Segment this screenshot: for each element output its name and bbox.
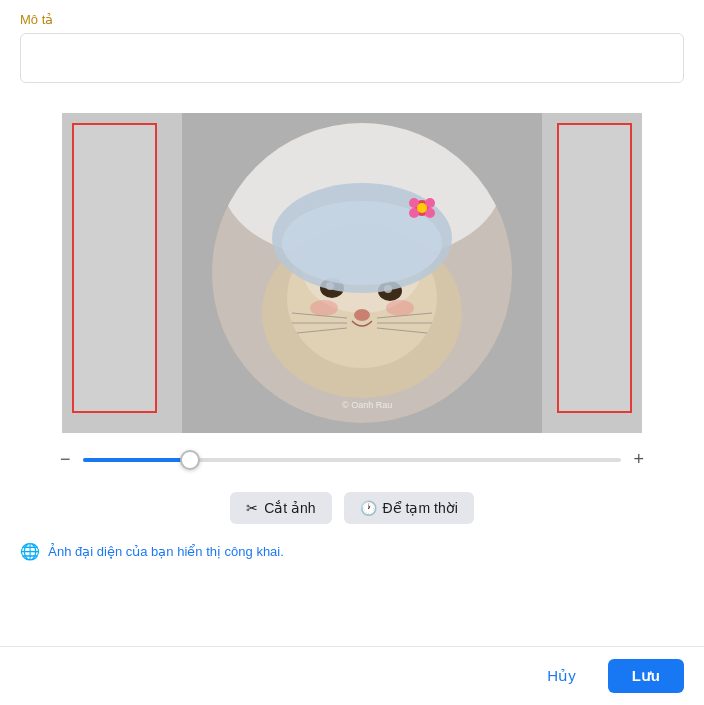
crop-icon: ✂: [246, 500, 258, 516]
temp-icon: 🕐: [360, 500, 377, 516]
slider-plus-button[interactable]: +: [633, 449, 644, 470]
globe-icon: 🌐: [20, 542, 40, 561]
save-button[interactable]: Lưu: [608, 659, 684, 693]
privacy-text: Ảnh đại diện của bạn hiển thị công khai.: [48, 544, 284, 559]
privacy-notice: 🌐 Ảnh đại diện của bạn hiển thị công kha…: [0, 534, 704, 573]
bottom-buttons: Hủy Lưu: [0, 646, 704, 705]
slider-track[interactable]: [83, 458, 622, 462]
crop-button[interactable]: ✂ Cắt ảnh: [230, 492, 331, 524]
svg-point-17: [386, 300, 414, 316]
bg-center: © Oanh Rau: [182, 113, 542, 433]
crop-container[interactable]: © Oanh Rau: [62, 113, 642, 433]
cancel-button[interactable]: Hủy: [527, 659, 595, 693]
description-textarea[interactable]: [20, 33, 684, 83]
crop-section: © Oanh Rau: [0, 103, 704, 433]
description-section: Mô tả: [0, 0, 704, 103]
svg-point-25: [417, 203, 427, 213]
svg-text:© Oanh Rau: © Oanh Rau: [342, 400, 392, 410]
temp-label: Để tạm thời: [383, 500, 458, 516]
slider-fill: [83, 458, 191, 462]
svg-point-16: [310, 300, 338, 316]
description-label: Mô tả: [20, 12, 684, 27]
cat-image: © Oanh Rau: [212, 123, 512, 423]
crop-label: Cắt ảnh: [264, 500, 315, 516]
action-buttons: ✂ Cắt ảnh 🕐 Để tạm thời: [0, 486, 704, 534]
slider-minus-button[interactable]: −: [60, 449, 71, 470]
slider-thumb[interactable]: [180, 450, 200, 470]
temp-button[interactable]: 🕐 Để tạm thời: [344, 492, 474, 524]
crop-overlay-left[interactable]: [72, 123, 157, 413]
svg-point-9: [354, 309, 370, 321]
crop-overlay-right[interactable]: [557, 123, 632, 413]
page-wrapper: Mô tả: [0, 0, 704, 705]
slider-section: − +: [0, 433, 704, 486]
